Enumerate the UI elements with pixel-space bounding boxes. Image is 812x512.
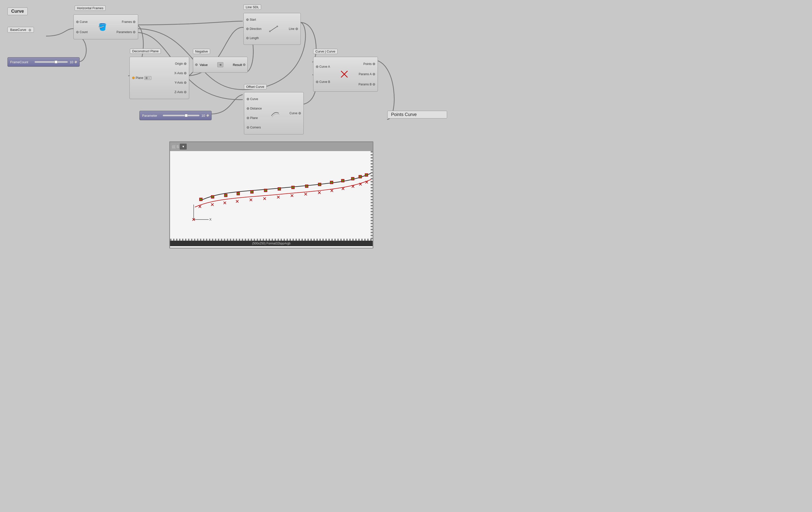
frame-count-diamond bbox=[74, 60, 78, 63]
base-curve-label: BaseCurve bbox=[10, 28, 26, 32]
frame-count-label: FrameCount bbox=[10, 60, 33, 64]
points-curve-title: Points Curve bbox=[391, 112, 417, 117]
offset-curve-input: Curve bbox=[246, 97, 263, 101]
offset-distance-input: Distance bbox=[246, 106, 263, 111]
negative-neg-icon: -x bbox=[217, 62, 223, 67]
hframes-frames-output: Frames bbox=[121, 20, 137, 24]
cc-curveb-input: Curve B bbox=[315, 80, 331, 84]
cc-curvea-port bbox=[316, 65, 318, 68]
linesdl-dir-input: Direction bbox=[245, 27, 262, 31]
deconstruct-plane-node: Plane ⊞→ Origin X-Axis Y-Axis Z-Axis bbox=[129, 57, 189, 99]
linesdl-icon bbox=[269, 25, 279, 33]
hframes-params-port bbox=[133, 31, 136, 33]
horizontal-frames-node: Curve Count 🪣 Frames Parameters bbox=[74, 15, 138, 39]
negative-result-port bbox=[243, 63, 245, 66]
svg-point-60 bbox=[319, 184, 320, 185]
base-curve-dot bbox=[29, 29, 31, 31]
negative-title: Negative bbox=[195, 50, 208, 53]
viewport-body: X bbox=[170, 151, 373, 241]
parameter-diamond bbox=[206, 114, 209, 117]
svg-point-59 bbox=[306, 186, 308, 187]
linesdl-dir-port bbox=[246, 28, 249, 30]
linesdl-len-port bbox=[246, 37, 249, 39]
hframes-params-output: Parameters bbox=[116, 30, 137, 34]
linesdl-line-output: Line bbox=[288, 27, 299, 31]
hframes-curve-input: Curve bbox=[75, 20, 90, 24]
dplane-origin-port bbox=[184, 62, 186, 65]
hframes-curve-port bbox=[76, 21, 79, 23]
offset-curve-icon bbox=[270, 108, 280, 118]
parameter-slider[interactable]: Parameter 10 bbox=[139, 111, 211, 120]
dplane-plane-input: Plane ⊞→ bbox=[131, 76, 152, 80]
curve-curve-title-label: Curve | Curve bbox=[313, 49, 338, 54]
parameter-track[interactable] bbox=[163, 115, 199, 116]
dplane-plane-port bbox=[132, 77, 135, 79]
line-sdl-title-label: Line SDL bbox=[243, 4, 261, 10]
cc-paramsb-port bbox=[373, 83, 375, 86]
hframes-count-port bbox=[76, 31, 79, 33]
svg-point-58 bbox=[292, 187, 294, 188]
svg-line-0 bbox=[270, 26, 277, 31]
offset-corners-port bbox=[247, 126, 249, 129]
horizontal-frames-title-label: Horizontal Frames bbox=[75, 5, 106, 11]
cc-paramsb-output: Params B bbox=[357, 82, 376, 87]
parameter-label: Parameter bbox=[142, 114, 161, 117]
cc-points-output: Points bbox=[362, 62, 376, 66]
svg-point-56 bbox=[265, 190, 266, 191]
svg-point-64 bbox=[359, 176, 361, 177]
offset-plane-input: Plane bbox=[246, 116, 263, 120]
svg-point-65 bbox=[366, 174, 367, 176]
linesdl-start-input: Start bbox=[245, 18, 262, 22]
svg-point-61 bbox=[331, 182, 332, 183]
svg-point-63 bbox=[352, 178, 353, 179]
frame-count-value: 10 bbox=[70, 60, 73, 64]
x-axis-label: X bbox=[209, 218, 211, 221]
curve-label: Curve bbox=[11, 9, 24, 14]
offset-curve-port bbox=[247, 98, 249, 100]
dplane-xaxis-port bbox=[184, 72, 186, 75]
dplane-xaxis-output: X-Axis bbox=[173, 71, 187, 76]
frame-count-thumb bbox=[55, 60, 58, 63]
dplane-title: Deconstruct Plane bbox=[132, 49, 158, 53]
offset-curve-out-port bbox=[298, 112, 301, 114]
svg-point-53 bbox=[225, 195, 227, 196]
cc-paramsa-output: Params A bbox=[358, 72, 376, 77]
viewport-toggle-button[interactable]: ▼ bbox=[180, 144, 187, 150]
svg-point-1 bbox=[269, 31, 270, 32]
parameter-value: 10 bbox=[201, 114, 205, 117]
svg-point-54 bbox=[237, 193, 239, 194]
frame-count-track[interactable] bbox=[35, 61, 68, 63]
negative-value-label: Value bbox=[200, 63, 208, 67]
linesdl-len-input: Length bbox=[245, 36, 262, 40]
linesdl-line-port bbox=[295, 28, 298, 30]
negative-result-label: Result bbox=[233, 63, 242, 67]
viewport-panel: ((( S ▼ bbox=[169, 141, 373, 248]
base-curve-node: BaseCurve bbox=[7, 27, 34, 33]
hframes-icon: 🪣 bbox=[98, 23, 107, 31]
points-curve-label: Points Curve bbox=[387, 111, 447, 118]
svg-point-51 bbox=[200, 199, 202, 200]
frame-count-slider[interactable]: FrameCount 10 bbox=[7, 57, 80, 67]
negative-title-label: Negative bbox=[193, 49, 210, 54]
viewport-header: ((( S ▼ bbox=[170, 142, 373, 151]
hframes-frames-port bbox=[133, 21, 136, 23]
offset-distance-port bbox=[247, 107, 249, 110]
offset-corners-input: Corners bbox=[246, 125, 263, 130]
svg-point-52 bbox=[212, 196, 213, 198]
svg-point-62 bbox=[342, 180, 344, 181]
cc-paramsa-port bbox=[373, 73, 375, 76]
dplane-yaxis-output: Y-Axis bbox=[174, 80, 187, 85]
dplane-zaxis-port bbox=[184, 91, 186, 93]
curve-curve-node: Curve A Curve B Points Params A bbox=[313, 57, 378, 92]
parameter-thumb bbox=[185, 114, 188, 117]
negative-node: Value -x Result bbox=[193, 57, 248, 73]
viewport-right-dashes bbox=[371, 151, 373, 241]
dplane-yaxis-port bbox=[184, 81, 186, 84]
hframes-count-input: Count bbox=[75, 30, 90, 34]
offset-curve-title-label: Offset Curve bbox=[244, 84, 267, 89]
curve-curve-title: Curve | Curve bbox=[315, 50, 335, 53]
offset-curve-node: Curve Distance Plane Corners bbox=[244, 92, 304, 135]
svg-point-57 bbox=[279, 188, 280, 190]
line-sdl-node: Start Direction Length Line bbox=[243, 13, 301, 45]
cc-curvea-input: Curve A bbox=[315, 64, 331, 69]
